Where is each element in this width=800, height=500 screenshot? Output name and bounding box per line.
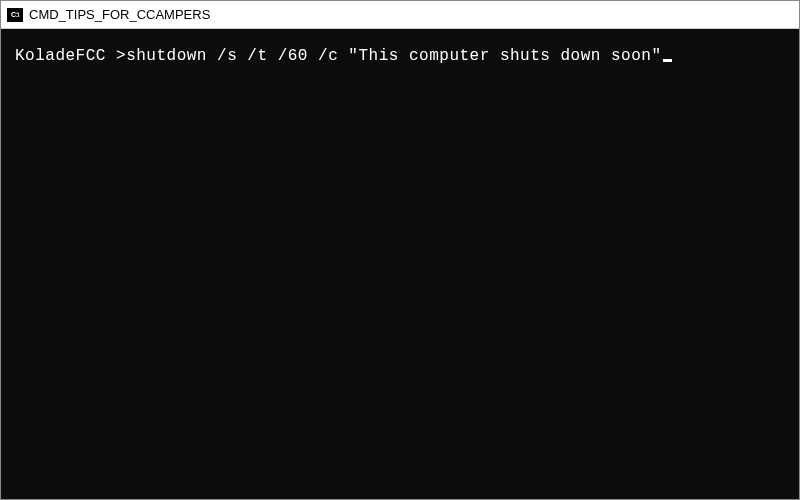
terminal-cursor <box>663 59 672 62</box>
window-title: CMD_TIPS_FOR_CCAMPERS <box>29 7 210 22</box>
terminal-prompt: KoladeFCC > <box>15 47 126 65</box>
cmd-icon-label: C:\ <box>11 11 19 18</box>
terminal-line: KoladeFCC >shutdown /s /t /60 /c "This c… <box>15 47 785 65</box>
cmd-icon: C:\ <box>7 8 23 22</box>
terminal-command: shutdown /s /t /60 /c "This computer shu… <box>126 47 661 65</box>
terminal-viewport[interactable]: KoladeFCC >shutdown /s /t /60 /c "This c… <box>1 29 799 499</box>
window-titlebar: C:\ CMD_TIPS_FOR_CCAMPERS <box>1 1 799 29</box>
